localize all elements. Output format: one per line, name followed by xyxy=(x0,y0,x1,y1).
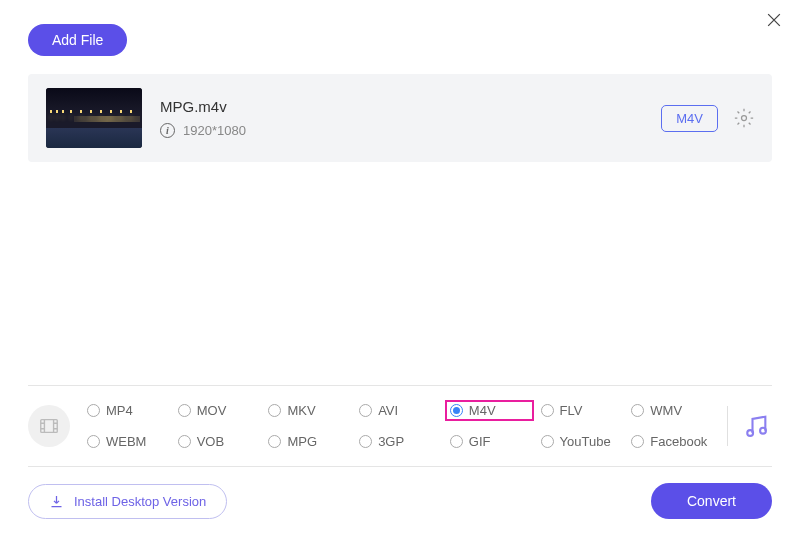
format-option-vob[interactable]: VOB xyxy=(173,431,262,452)
format-option-3gp[interactable]: 3GP xyxy=(354,431,443,452)
format-label: FLV xyxy=(560,403,583,418)
format-option-mpg[interactable]: MPG xyxy=(263,431,352,452)
radio-icon xyxy=(268,404,281,417)
format-label: YouTube xyxy=(560,434,611,449)
install-label: Install Desktop Version xyxy=(74,494,206,509)
radio-icon xyxy=(450,404,463,417)
svg-point-2 xyxy=(747,430,753,436)
radio-icon xyxy=(178,404,191,417)
format-label: VOB xyxy=(197,434,224,449)
format-label: MOV xyxy=(197,403,227,418)
format-option-avi[interactable]: AVI xyxy=(354,400,443,421)
format-label: MKV xyxy=(287,403,315,418)
format-label: M4V xyxy=(469,403,496,418)
radio-icon xyxy=(178,435,191,448)
audio-mode-icon[interactable] xyxy=(740,410,772,442)
radio-icon xyxy=(359,435,372,448)
format-label: AVI xyxy=(378,403,398,418)
format-label: Facebook xyxy=(650,434,707,449)
radio-icon xyxy=(359,404,372,417)
format-label: MP4 xyxy=(106,403,133,418)
svg-point-3 xyxy=(760,428,766,434)
video-thumbnail xyxy=(46,88,142,148)
svg-point-0 xyxy=(742,116,747,121)
close-button[interactable] xyxy=(764,10,788,34)
format-option-mkv[interactable]: MKV xyxy=(263,400,352,421)
format-option-m4v[interactable]: M4V xyxy=(445,400,534,421)
format-option-facebook[interactable]: Facebook xyxy=(626,431,715,452)
file-item: MPG.m4v i 1920*1080 M4V xyxy=(28,74,772,162)
format-label: GIF xyxy=(469,434,491,449)
format-label: WEBM xyxy=(106,434,146,449)
video-mode-icon[interactable] xyxy=(28,405,70,447)
radio-icon xyxy=(450,435,463,448)
radio-icon xyxy=(541,404,554,417)
file-name: MPG.m4v xyxy=(160,98,643,115)
svg-rect-1 xyxy=(41,420,58,433)
radio-icon xyxy=(268,435,281,448)
install-desktop-button[interactable]: Install Desktop Version xyxy=(28,484,227,519)
format-label: MPG xyxy=(287,434,317,449)
format-label: WMV xyxy=(650,403,682,418)
info-icon[interactable]: i xyxy=(160,123,175,138)
format-option-webm[interactable]: WEBM xyxy=(82,431,171,452)
format-badge[interactable]: M4V xyxy=(661,105,718,132)
radio-icon xyxy=(541,435,554,448)
radio-icon xyxy=(631,435,644,448)
format-label: 3GP xyxy=(378,434,404,449)
format-option-wmv[interactable]: WMV xyxy=(626,400,715,421)
convert-button[interactable]: Convert xyxy=(651,483,772,519)
format-option-flv[interactable]: FLV xyxy=(536,400,625,421)
format-selector-bar: MP4MOVMKVAVIM4VFLVWMVWEBMVOBMPG3GPGIFYou… xyxy=(28,385,772,467)
format-option-gif[interactable]: GIF xyxy=(445,431,534,452)
divider xyxy=(727,406,728,446)
format-option-mov[interactable]: MOV xyxy=(173,400,262,421)
settings-button[interactable] xyxy=(734,108,754,128)
radio-icon xyxy=(87,435,100,448)
format-option-youtube[interactable]: YouTube xyxy=(536,431,625,452)
radio-icon xyxy=(631,404,644,417)
radio-icon xyxy=(87,404,100,417)
file-resolution: 1920*1080 xyxy=(183,123,246,138)
add-file-button[interactable]: Add File xyxy=(28,24,127,56)
format-option-mp4[interactable]: MP4 xyxy=(82,400,171,421)
